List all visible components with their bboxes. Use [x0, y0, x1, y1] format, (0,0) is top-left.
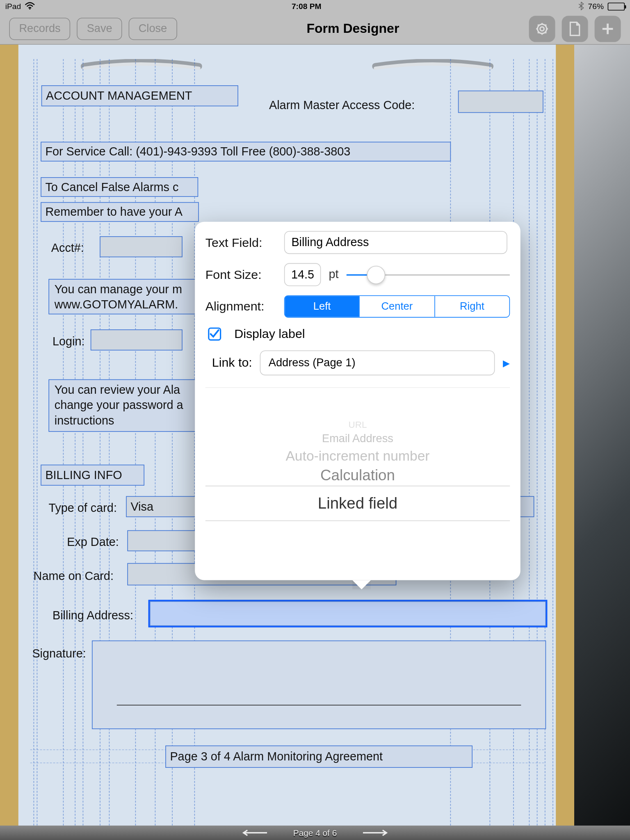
- page-nav-bar: Page 4 of 6: [0, 826, 630, 840]
- close-button[interactable]: Close: [129, 17, 177, 39]
- picker-option[interactable]: Calculation: [205, 465, 510, 486]
- picker-selected[interactable]: Linked field: [205, 486, 510, 521]
- svg-point-0: [29, 8, 30, 9]
- battery-pct: 76%: [588, 2, 604, 11]
- save-button[interactable]: Save: [77, 17, 122, 39]
- svg-point-2: [540, 27, 544, 31]
- section-heading[interactable]: ACCOUNT MANAGEMENT: [41, 85, 238, 106]
- clock: 7:08 PM: [292, 2, 322, 11]
- review-text[interactable]: You can review your Ala change your pass…: [48, 379, 198, 432]
- font-size-slider[interactable]: [347, 265, 510, 284]
- login-input[interactable]: [91, 329, 183, 350]
- bluetooth-icon: [578, 1, 584, 12]
- signature-box[interactable]: [92, 641, 546, 729]
- next-page-button[interactable]: [363, 829, 389, 837]
- service-call-text[interactable]: For Service Call: (401)-943-9393 Toll Fr…: [41, 142, 451, 162]
- picker-option[interactable]: Auto-increment number: [205, 447, 510, 466]
- signature-label: Signature:: [32, 647, 86, 661]
- page-indicator: Page 4 of 6: [293, 828, 337, 838]
- cancel-false-text[interactable]: To Cancel False Alarms c: [41, 177, 198, 197]
- text-field-input[interactable]: [284, 231, 507, 254]
- font-size-label: Font Size:: [205, 267, 276, 282]
- display-label-text: Display label: [234, 327, 305, 341]
- exp-input[interactable]: [127, 530, 198, 551]
- billing-address-label: Billing Address:: [52, 609, 133, 623]
- page-button[interactable]: [562, 16, 588, 42]
- align-center[interactable]: Center: [359, 296, 434, 317]
- link-to-disclosure-icon[interactable]: ▶: [503, 358, 510, 368]
- type-card-label: Type of card:: [48, 501, 117, 515]
- field-settings-popover: Text Field: Font Size: pt Alignment: Lef…: [195, 222, 520, 580]
- login-label: Login:: [52, 335, 84, 349]
- align-right[interactable]: Right: [434, 296, 509, 317]
- manage-line2: www.GOTOMYALARM.: [55, 298, 178, 311]
- acct-label: Acct#:: [51, 242, 84, 256]
- battery-icon: [608, 2, 625, 10]
- alarm-code-input[interactable]: [458, 91, 543, 113]
- name-card-label: Name on Card:: [34, 570, 114, 584]
- carrier-label: iPad: [5, 2, 21, 11]
- design-canvas[interactable]: ACCOUNT MANAGEMENT Alarm Master Access C…: [0, 45, 630, 840]
- remember-text[interactable]: Remember to have your A: [41, 202, 199, 222]
- alarm-code-label: Alarm Master Access Code:: [269, 98, 415, 112]
- picker-ghost: Email Address: [205, 431, 510, 447]
- display-label-checkbox[interactable]: [208, 327, 221, 340]
- picker-ghost: URL: [205, 418, 510, 431]
- signature-line: [117, 705, 521, 705]
- prev-page-button[interactable]: [241, 829, 267, 837]
- settings-button[interactable]: [529, 16, 555, 42]
- pt-unit: pt: [329, 268, 339, 282]
- font-size-input[interactable]: [284, 263, 321, 286]
- svg-point-1: [537, 24, 546, 33]
- page-footer-text[interactable]: Page 3 of 4 Alarm Monitoring Agreement: [165, 746, 472, 768]
- add-button[interactable]: [595, 16, 621, 42]
- status-bar: iPad 7:08 PM 76%: [0, 0, 630, 13]
- manage-line1: You can manage your m: [55, 283, 182, 296]
- right-shade: [574, 45, 630, 840]
- billing-section-heading[interactable]: BILLING INFO: [41, 465, 144, 486]
- alignment-label: Alignment:: [205, 299, 276, 314]
- wifi-icon: [25, 2, 35, 11]
- records-button[interactable]: Records: [9, 17, 70, 39]
- align-left[interactable]: Left: [285, 296, 359, 317]
- link-to-label: Link to:: [212, 356, 252, 370]
- billing-address-input[interactable]: [150, 601, 546, 626]
- alignment-segmented: Left Center Right: [284, 295, 510, 317]
- toolbar: Records Save Close Form Designer: [0, 13, 630, 45]
- link-to-select[interactable]: Address (Page 1): [260, 350, 495, 375]
- type-card-input[interactable]: Visa: [126, 496, 198, 517]
- exp-label: Exp Date:: [67, 536, 119, 550]
- page-title: Form Designer: [307, 21, 399, 36]
- acct-input[interactable]: [100, 236, 183, 257]
- type-picker[interactable]: URL Email Address Auto-increment number …: [205, 387, 510, 580]
- text-field-label: Text Field:: [205, 235, 276, 250]
- popover-tail: [352, 580, 371, 589]
- manage-text[interactable]: You can manage your m www.GOTOMYALARM.: [48, 279, 198, 314]
